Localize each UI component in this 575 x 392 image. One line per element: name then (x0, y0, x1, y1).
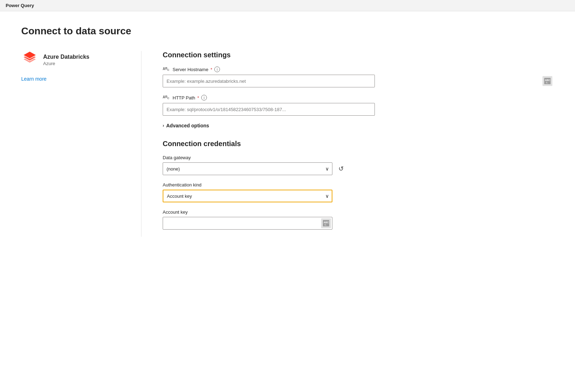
svg-text:f₅: f₅ (325, 224, 326, 226)
http-path-input-wrapper (163, 103, 554, 116)
http-path-input[interactable] (163, 103, 375, 116)
svg-text:C: C (167, 97, 169, 100)
required-star-hostname: * (210, 67, 212, 72)
connector-category: Azure (43, 61, 89, 66)
advanced-options-toggle[interactable]: › Advanced options (163, 123, 554, 128)
app-title: Power Query (6, 3, 34, 8)
data-gateway-text: Data gateway (163, 155, 191, 160)
learn-more-link[interactable]: Learn more (21, 76, 47, 82)
account-key-label: Account key (163, 209, 554, 215)
account-key-field: Account key ABC f₅ (163, 209, 554, 230)
account-key-text: Account key (163, 209, 188, 215)
connector-info: Azure Databricks Azure (43, 54, 89, 66)
info-icon-http[interactable]: i (201, 95, 207, 100)
server-hostname-text: Server Hostname (173, 67, 208, 72)
connection-credentials-section: Connection credentials Data gateway (non… (163, 140, 554, 230)
main-content: Connect to data source (0, 11, 575, 251)
refresh-gateway-button[interactable]: ↺ (335, 163, 347, 174)
connection-settings-title: Connection settings (163, 51, 554, 59)
chevron-right-icon: › (163, 123, 164, 128)
required-star-http: * (197, 95, 199, 100)
authentication-kind-label: Authentication kind (163, 182, 554, 188)
server-hostname-formula-btn[interactable]: ABC f₅ (542, 76, 552, 86)
connection-credentials-title: Connection credentials (163, 140, 554, 148)
svg-text:f₅: f₅ (546, 81, 548, 84)
authentication-kind-select[interactable]: Account key Username/Password OAuth2 (163, 190, 332, 202)
data-gateway-dropdown-container: (none) ∨ (163, 162, 332, 175)
account-key-input-wrapper: ABC f₅ (163, 217, 332, 230)
svg-text:ABC: ABC (545, 79, 550, 81)
authentication-kind-field: Authentication kind Account key Username… (163, 182, 554, 202)
server-hostname-label: A B C Server Hostname * i (163, 66, 554, 73)
svg-text:A: A (163, 95, 165, 99)
authentication-kind-dropdown-container: Account key Username/Password OAuth2 ∨ (163, 190, 332, 202)
server-hostname-input-wrapper: ABC f₅ (163, 75, 554, 87)
abc-icon-hostname: A B C (163, 66, 170, 73)
connector-header: Azure Databricks Azure (21, 51, 127, 69)
data-gateway-label: Data gateway (163, 155, 554, 160)
page-title: Connect to data source (21, 25, 554, 37)
http-path-text: HTTP Path (173, 95, 195, 100)
data-gateway-select[interactable]: (none) (163, 162, 332, 175)
http-path-label: A B C HTTP Path * i (163, 94, 554, 101)
left-panel: Azure Databricks Azure Learn more (21, 51, 141, 237)
authentication-kind-text: Authentication kind (163, 182, 202, 188)
two-column-layout: Azure Databricks Azure Learn more Connec… (21, 51, 554, 237)
svg-text:C: C (167, 68, 169, 71)
right-panel: Connection settings A B C Server Hostnam… (141, 51, 554, 237)
info-icon-hostname[interactable]: i (214, 67, 220, 72)
abc-icon-http: A B C (163, 94, 170, 101)
data-gateway-dropdown-wrapper: (none) ∨ ↺ (163, 162, 554, 175)
account-key-formula-btn[interactable]: ABC f₅ (321, 218, 331, 228)
http-path-field: A B C HTTP Path * i (163, 94, 554, 116)
advanced-options-label: Advanced options (166, 123, 209, 128)
server-hostname-input[interactable] (163, 75, 375, 87)
svg-text:A: A (163, 67, 165, 71)
svg-text:ABC: ABC (324, 221, 329, 224)
account-key-input[interactable] (163, 217, 332, 230)
title-bar: Power Query (0, 0, 575, 11)
connector-icon (21, 51, 38, 69)
connection-settings-section: Connection settings A B C Server Hostnam… (163, 51, 554, 128)
server-hostname-field: A B C Server Hostname * i (163, 66, 554, 87)
data-gateway-field: Data gateway (none) ∨ ↺ (163, 155, 554, 175)
connector-name: Azure Databricks (43, 54, 89, 60)
refresh-icon: ↺ (338, 165, 344, 173)
